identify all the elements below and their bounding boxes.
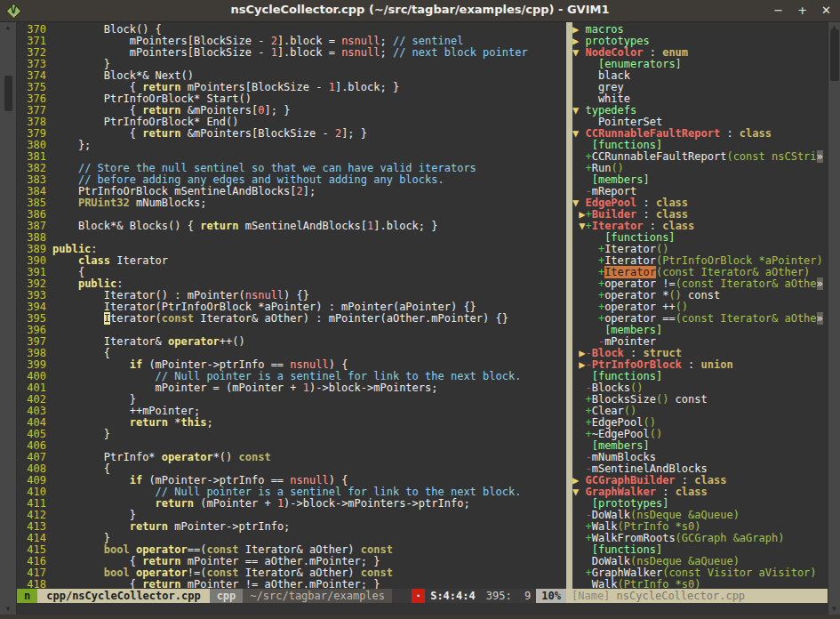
text-segment: EdgePool [585, 197, 636, 209]
text-segment [572, 254, 598, 267]
tag-row[interactable]: Walk(PtrInfo *s0) [572, 579, 828, 589]
text-segment [572, 497, 592, 510]
text-segment [572, 405, 585, 417]
text-segment: : [624, 347, 644, 359]
code-line[interactable]: 387 Block*& Blocks() { return mSentinelA… [17, 221, 566, 232]
truncation-marker: » [817, 312, 823, 325]
fold-arrow-icon[interactable]: ▼ [572, 486, 585, 498]
code-line[interactable]: 390 class Iterator [17, 255, 566, 267]
text-segment: mSentinelAndBlocks [592, 462, 708, 475]
scroll-down-icon[interactable]: ▼ [828, 606, 840, 613]
text-segment: GraphWalker [592, 567, 662, 579]
fold-arrow-icon[interactable]: ▼ [572, 197, 585, 209]
text-segment: this [181, 416, 207, 429]
text-segment: NodeColor [585, 46, 643, 59]
scroll-down-icon[interactable]: ▼ [0, 606, 16, 613]
text-segment: () [668, 289, 681, 301]
text-segment: bool [104, 543, 130, 556]
text-segment: prototypes [585, 35, 649, 47]
text-segment: class [694, 474, 726, 486]
text-segment: mSentinelAndBlocks[ [239, 220, 368, 232]
fold-arrow-icon[interactable]: ▶ [572, 474, 585, 486]
text-segment: : [644, 220, 663, 232]
text-segment [52, 277, 78, 290]
text-segment: const [162, 312, 194, 325]
fold-arrow-icon[interactable]: ▼ [572, 46, 585, 59]
text-segment: mPointer = (mPointer + [52, 382, 303, 394]
text-segment [572, 520, 585, 533]
text-segment: Block*& Blocks() { [52, 220, 200, 232]
text-segment [572, 509, 585, 521]
text-segment: terator( [110, 312, 162, 325]
scroll-up-icon[interactable]: ▲ [0, 24, 16, 31]
text-segment: operator ++ [604, 301, 675, 313]
text-segment: }; [52, 139, 91, 151]
fold-arrow-icon[interactable]: ▼ [572, 127, 585, 140]
text-segment: macros [585, 23, 623, 36]
text-segment [572, 58, 598, 70]
text-segment [52, 567, 104, 579]
text-segment: Walk [592, 520, 618, 533]
code-line[interactable]: 418 { return mPointer != aOther.mPointer… [17, 579, 566, 589]
text-segment: () [624, 405, 636, 417]
code-line[interactable]: 379 { return &mPointers[BlockSize - 2]; … [17, 128, 566, 140]
text-segment: (const Iterator& aOthe [676, 277, 817, 290]
fold-arrow-icon[interactable]: ▶ [572, 35, 585, 47]
minimize-button[interactable]: − [773, 3, 783, 19]
text-segment: () [676, 301, 688, 313]
text-segment: ]; } [264, 104, 290, 117]
text-segment: { [52, 81, 142, 93]
text-segment: (PtrInfoOrBlock *aPointer) [656, 254, 823, 267]
text-segment: (const Iterator& aOthe [676, 312, 817, 325]
warning-flag: · [412, 589, 425, 603]
left-scrollbar-thumb[interactable] [4, 76, 12, 111]
right-scrollbar-thumb[interactable] [830, 29, 839, 81]
text-segment [572, 150, 585, 163]
text-segment: // Null pointer is a sentinel for link t… [156, 370, 522, 382]
code-line[interactable]: 388 [17, 232, 566, 244]
text-segment: GCGraphBuilder [585, 474, 675, 486]
truncation-marker: » [817, 150, 823, 163]
text-segment: operator != [604, 277, 675, 290]
code-editor[interactable]: 370 Block() {371 mPointers[BlockSize - 2… [17, 22, 566, 589]
text-segment: 2 [271, 35, 277, 47]
text-segment [52, 474, 130, 486]
tagbar-panel[interactable]: ▶ macros▶ prototypes▼ NodeColor : enum [… [572, 22, 828, 589]
text-segment: ; [206, 416, 212, 429]
text-segment [52, 162, 78, 174]
maximize-button[interactable]: + [797, 3, 807, 19]
text-segment [572, 335, 598, 348]
text-segment [572, 277, 598, 290]
text-segment: Block [592, 347, 624, 359]
text-segment: + [585, 393, 591, 406]
text-segment: Blocks [592, 382, 630, 394]
text-segment: - [585, 451, 591, 463]
fold-arrow-icon[interactable]: ▼ [572, 104, 585, 117]
right-scrollbar[interactable]: ▲ ▼ [828, 22, 840, 615]
fold-arrow-icon[interactable]: ▶ [572, 23, 585, 36]
text-segment [572, 324, 604, 336]
text-segment: [members] [604, 324, 662, 336]
text-segment: WalkFromRoots [592, 532, 676, 544]
code-line[interactable]: 380 }; [17, 140, 566, 151]
text-segment: 1 [271, 46, 277, 59]
text-segment: mPointers[BlockSize - [52, 46, 271, 59]
text-segment [572, 451, 585, 463]
text-segment: Iterator() : mPointer( [52, 289, 245, 301]
code-line[interactable]: 385 PRUint32 mNumBlocks; [17, 197, 566, 209]
close-button[interactable]: ✕ [821, 3, 831, 19]
line-number: 418 [17, 579, 46, 589]
command-line[interactable] [17, 603, 828, 615]
left-scrollbar[interactable]: ▲ ▼ [0, 22, 17, 615]
code-line[interactable]: 405 } [17, 429, 566, 440]
text-segment: Iterator [604, 243, 656, 255]
text-segment [572, 301, 598, 313]
text-segment: () [630, 382, 643, 394]
text-segment: class [78, 254, 110, 267]
text-segment: Iterator& [52, 335, 168, 348]
text-segment: - [585, 462, 591, 475]
window-separator[interactable] [566, 22, 572, 589]
text-segment: * [168, 416, 180, 429]
code-line[interactable]: 395 Iterator(const Iterator& aOther) : m… [17, 313, 566, 325]
text-segment: // Null pointer is a sentinel for link t… [156, 486, 522, 498]
